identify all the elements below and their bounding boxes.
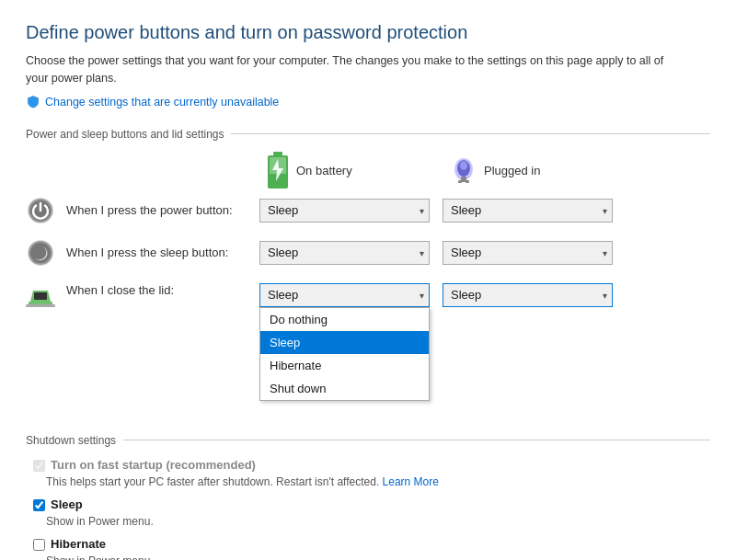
power-plugged-select-wrapper: Sleep Do nothing Hibernate Shut down ▾ xyxy=(443,199,613,223)
power-sleep-section-label: Power and sleep buttons and lid settings xyxy=(26,128,224,141)
column-headers: On battery Plugged in xyxy=(265,152,710,190)
fast-startup-desc: This helps start your PC faster after sh… xyxy=(46,475,710,488)
svg-rect-18 xyxy=(34,292,47,300)
plugged-column-header: Plugged in xyxy=(449,152,633,190)
svg-rect-0 xyxy=(273,152,282,155)
battery-icon xyxy=(265,152,291,190)
sleep-plugged-select-wrapper: Sleep Do nothing Hibernate Shut down ▾ xyxy=(443,241,613,265)
battery-column-label: On battery xyxy=(296,164,352,177)
page-description: Choose the power settings that you want … xyxy=(26,52,688,87)
sleep-checkbox[interactable] xyxy=(33,499,45,511)
hibernate-checkbox[interactable] xyxy=(33,539,45,551)
sleep-button-row: When I press the sleep button: Sleep Do … xyxy=(26,238,710,268)
fast-startup-checkbox[interactable] xyxy=(33,460,45,472)
sleep-button-icon xyxy=(26,238,55,268)
learn-more-link[interactable]: Learn More xyxy=(383,475,439,488)
plugged-column-label: Plugged in xyxy=(484,164,540,177)
hibernate-checkbox-row: Hibernate xyxy=(33,537,710,551)
battery-column-header: On battery xyxy=(265,152,449,190)
dropdown-hibernate[interactable]: Hibernate xyxy=(260,354,429,377)
sleep-battery-select-wrapper: Sleep Do nothing Hibernate Shut down ▾ xyxy=(259,241,430,265)
shutdown-section-header: Shutdown settings xyxy=(26,434,710,447)
power-button-icon xyxy=(26,196,55,225)
fast-startup-row: Turn on fast startup (recommended) xyxy=(33,458,710,472)
sleep-plugged-select[interactable]: Sleep Do nothing Hibernate Shut down xyxy=(443,241,613,265)
lid-plugged-select-wrapper: Sleep Do nothing Hibernate Shut down ▾ xyxy=(443,283,613,307)
shutdown-section-label: Shutdown settings xyxy=(26,434,116,447)
lid-plugged-select[interactable]: Sleep Do nothing Hibernate Shut down xyxy=(443,283,613,307)
power-plugged-select[interactable]: Sleep Do nothing Hibernate Shut down xyxy=(443,199,613,223)
sleep-checkbox-label: Sleep xyxy=(51,497,83,511)
lid-battery-dropdown-container: Sleep ▾ Do nothing Sleep Hibernate Shut … xyxy=(259,283,443,307)
power-button-label: When I press the power button: xyxy=(66,203,259,217)
lid-battery-select[interactable]: Sleep xyxy=(259,283,430,307)
power-button-row: When I press the power button: Sleep Do … xyxy=(26,196,710,225)
power-sleep-section-header: Power and sleep buttons and lid settings xyxy=(26,128,710,141)
svg-rect-8 xyxy=(458,180,462,183)
sleep-checkbox-row: Sleep xyxy=(33,497,710,511)
dropdown-sleep[interactable]: Sleep xyxy=(260,331,429,354)
change-settings-label: Change settings that are currently unava… xyxy=(45,96,279,109)
lid-icon xyxy=(26,285,55,314)
sleep-battery-select[interactable]: Sleep Do nothing Hibernate Shut down xyxy=(259,241,430,265)
power-battery-select[interactable]: Sleep Do nothing Hibernate Shut down xyxy=(259,199,430,223)
lid-row: When I close the lid: Sleep ▾ Do nothing… xyxy=(26,280,710,314)
sleep-checkbox-desc: Show in Power menu. xyxy=(46,515,710,528)
sleep-button-label: When I press the sleep button: xyxy=(66,246,259,259)
dropdown-do-nothing[interactable]: Do nothing xyxy=(260,308,429,331)
hibernate-checkbox-desc: Show in Power menu. xyxy=(46,554,710,561)
svg-rect-9 xyxy=(466,180,469,183)
svg-rect-19 xyxy=(26,304,55,307)
page-title: Define power buttons and turn on passwor… xyxy=(26,22,710,43)
change-settings-link[interactable]: Change settings that are currently unava… xyxy=(26,95,279,109)
svg-point-10 xyxy=(460,161,467,170)
lid-battery-select-wrapper: Sleep ▾ xyxy=(259,283,430,307)
hibernate-checkbox-label: Hibernate xyxy=(51,537,106,551)
dropdown-shut-down[interactable]: Shut down xyxy=(260,377,429,400)
section-divider xyxy=(231,133,710,134)
power-battery-select-wrapper: Sleep Do nothing Hibernate Shut down ▾ xyxy=(259,199,430,223)
lid-label: When I close the lid: xyxy=(66,283,259,297)
shutdown-divider xyxy=(123,440,710,440)
shield-icon xyxy=(26,95,40,109)
plug-icon xyxy=(449,156,478,186)
lid-battery-dropdown-list: Do nothing Sleep Hibernate Shut down xyxy=(259,307,430,401)
fast-startup-label: Turn on fast startup (recommended) xyxy=(51,458,256,472)
